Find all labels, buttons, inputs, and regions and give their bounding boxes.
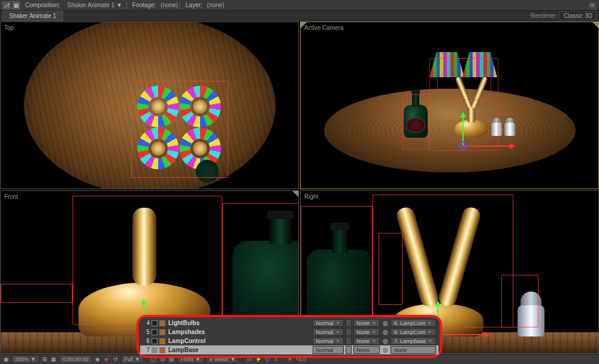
selection-bounds	[72, 196, 222, 324]
layer-toggle[interactable]	[152, 347, 158, 353]
resolution-icon[interactable]: ⊞	[41, 356, 49, 363]
viewport-label: Front	[4, 193, 18, 200]
blend-mode-dropdown[interactable]: Normal▼	[313, 346, 344, 354]
reset-exposure-icon[interactable]: ↺	[112, 356, 119, 363]
composition-panel-header: ⎇ ▦ Composition: Shaker Animate 1 ▼ | Fo…	[0, 0, 599, 11]
blend-mode-dropdown[interactable]: Normal▼	[313, 328, 344, 336]
track-matte-toggle[interactable]	[346, 337, 352, 345]
snapshot-icon[interactable]: ◉	[94, 356, 101, 363]
view-corner-icon[interactable]	[301, 22, 307, 28]
layer-name: LampControl	[167, 338, 311, 344]
layer-toggle[interactable]	[152, 338, 158, 344]
selection-bounds	[301, 206, 373, 326]
selection-bounds	[1, 284, 72, 303]
layer-color-swatch[interactable]	[159, 347, 165, 353]
composition-dropdown[interactable]: Shaker Animate 1 ▼	[65, 2, 125, 8]
layer-toggle[interactable]	[152, 320, 158, 326]
footage-value: (none)	[161, 2, 178, 8]
layer-panel: 4 LightBulbs Normal▼ None▼ ◎ 6. LampCont…	[137, 315, 442, 358]
pepper-shaker	[504, 118, 515, 136]
selection-bounds	[379, 233, 403, 305]
region-of-interest-icon[interactable]: ▣	[2, 356, 10, 363]
layer-index: 7	[143, 347, 150, 353]
layer-value: (none)	[207, 2, 225, 8]
viewport-label: Right	[304, 193, 318, 200]
selection-bounds	[501, 275, 539, 327]
renderer-indicator: Renderer: Classic 3D	[531, 11, 597, 20]
chevron-down-icon: ▼	[116, 2, 122, 8]
parent-pickwhip-icon[interactable]: ◎	[382, 347, 389, 353]
tab-shaker-animate[interactable]: Shaker Animate 1	[2, 11, 63, 21]
timecode-display[interactable]: 0:00:00:00	[59, 355, 92, 363]
parent-dropdown[interactable]: 6. LampCont▼	[391, 328, 436, 336]
parent-pickwhip-icon[interactable]: ◎	[382, 329, 389, 335]
layer-name: Lampshades	[167, 329, 311, 335]
layer-name: LampBase	[167, 347, 311, 353]
renderer-label: Renderer:	[531, 13, 557, 19]
layer-row[interactable]: 7 LampBase Normal▼ None▼ ◎ None▼	[140, 345, 438, 354]
layer-color-swatch[interactable]	[159, 320, 165, 326]
parent-pickwhip-icon[interactable]: ◎	[382, 338, 389, 344]
viewport-top[interactable]: Top	[0, 22, 299, 189]
selection-bounds	[222, 203, 299, 326]
selection-bounds	[403, 94, 429, 149]
composition-label: Composition:	[22, 2, 63, 8]
view-corner-icon[interactable]	[592, 22, 598, 28]
layer-color-swatch[interactable]	[159, 329, 165, 335]
selection-bounds	[131, 81, 228, 178]
layer-toggle[interactable]	[152, 329, 158, 335]
track-matte-dropdown[interactable]: None▼	[353, 319, 380, 327]
viewport-grid: Top Active Camera Front	[0, 22, 599, 354]
layer-color-swatch[interactable]	[159, 338, 165, 344]
composition-tab-bar: Shaker Animate 1 Renderer: Classic 3D	[0, 11, 599, 22]
viewport-label: Active Camera	[304, 25, 344, 31]
viewport-active-camera[interactable]: Active Camera	[300, 22, 599, 189]
layer-label: Layer:	[182, 2, 206, 8]
project-flow-icon[interactable]: ⎇	[2, 1, 11, 10]
track-matte-dropdown[interactable]: None▼	[353, 337, 380, 345]
parent-dropdown[interactable]: 7. LampBase▼	[391, 337, 436, 345]
composition-name: Shaker Animate 1	[67, 2, 114, 8]
show-channel-icon[interactable]: ◆	[103, 356, 110, 363]
parent-dropdown[interactable]: None▼	[391, 346, 436, 354]
blend-mode-dropdown[interactable]: Normal▼	[313, 337, 344, 345]
track-matte-toggle[interactable]	[346, 319, 352, 327]
renderer-value[interactable]: Classic 3D	[559, 11, 597, 20]
parent-dropdown[interactable]: 6. LampCont▼	[391, 319, 436, 327]
track-matte-dropdown[interactable]: None▼	[353, 346, 380, 354]
composition-icon[interactable]: ▦	[12, 1, 20, 10]
view-corner-icon[interactable]	[292, 191, 298, 197]
layer-index: 6	[143, 338, 150, 344]
transparency-grid-icon[interactable]: ▦	[50, 356, 58, 363]
parent-pickwhip-icon[interactable]: ◎	[382, 320, 389, 326]
track-matte-toggle[interactable]	[346, 328, 352, 336]
panel-menu-button[interactable]: ▤	[588, 1, 597, 10]
footage-label: Footage:	[129, 2, 159, 8]
layer-row[interactable]: 5 Lampshades Normal▼ None▼ ◎ 6. LampCont…	[140, 327, 438, 336]
selection-bounds	[437, 58, 491, 100]
track-matte-toggle[interactable]	[346, 346, 352, 354]
layer-name: LightBulbs	[167, 320, 311, 326]
blend-mode-dropdown[interactable]: Normal▼	[313, 319, 344, 327]
layer-index: 4	[143, 320, 150, 326]
layer-row[interactable]: 6 LampControl Normal▼ None▼ ◎ 7. LampBas…	[140, 336, 438, 345]
zoom-dropdown[interactable]: 200%▼	[11, 355, 40, 363]
layer-index: 5	[143, 329, 150, 335]
viewport-label: Top	[4, 25, 14, 31]
layer-row[interactable]: 4 LightBulbs Normal▼ None▼ ◎ 6. LampCont…	[140, 318, 438, 327]
track-matte-dropdown[interactable]: None▼	[353, 328, 380, 336]
